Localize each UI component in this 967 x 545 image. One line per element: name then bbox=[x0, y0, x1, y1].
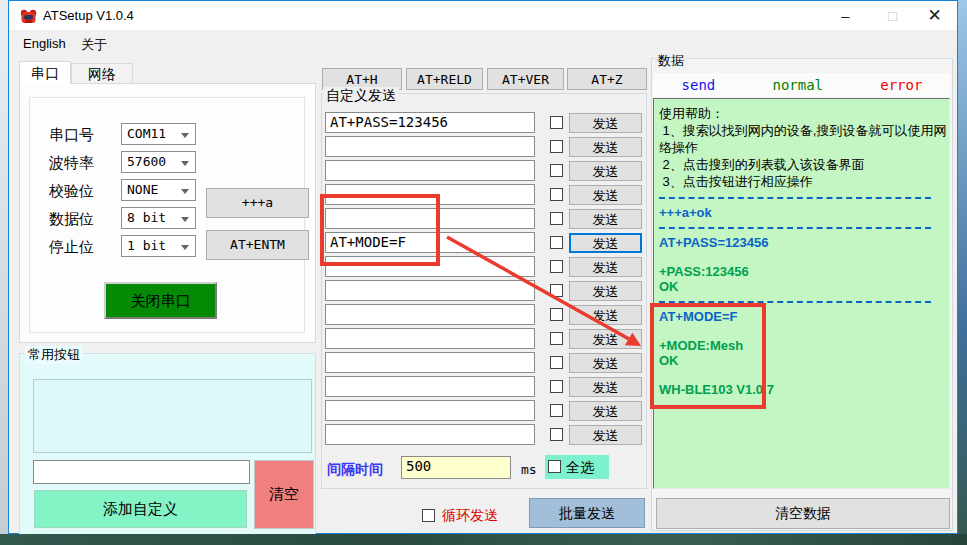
command-input[interactable] bbox=[325, 424, 535, 445]
command-input[interactable] bbox=[325, 328, 535, 349]
row-checkbox[interactable] bbox=[550, 380, 563, 393]
quick-button-atz[interactable]: AT+Z bbox=[567, 68, 647, 90]
clear-list-button[interactable]: 清空 bbox=[254, 460, 314, 529]
command-input[interactable] bbox=[325, 280, 535, 301]
select-all-checkbox[interactable] bbox=[548, 460, 561, 473]
app-window: ATSetup V1.0.4 – □ ✕ English 关于 串口 网络 串口… bbox=[8, 0, 958, 534]
row-checkbox[interactable] bbox=[550, 428, 563, 441]
quick-button-atver[interactable]: AT+VER bbox=[487, 68, 564, 90]
send-button[interactable]: 发送 bbox=[569, 305, 642, 325]
com-port-chevron-down-icon bbox=[181, 133, 189, 138]
com-port-select[interactable]: COM11 bbox=[121, 123, 196, 145]
close-serial-button[interactable]: 关闭串口 bbox=[104, 282, 217, 319]
baud-rate-select[interactable]: 57600 bbox=[121, 151, 196, 173]
custom-command-input[interactable] bbox=[33, 460, 250, 484]
interval-unit-label: ms bbox=[521, 462, 537, 477]
title-bar: ATSetup V1.0.4 – □ ✕ bbox=[9, 1, 957, 31]
row-checkbox[interactable] bbox=[550, 356, 563, 369]
send-button[interactable]: 发送 bbox=[569, 185, 642, 205]
custom-send-group-title: 自定义发送 bbox=[323, 87, 399, 105]
log-line: 络操作 bbox=[659, 139, 949, 156]
command-input[interactable] bbox=[325, 352, 535, 373]
data-bits-select[interactable]: 8 bit bbox=[121, 207, 196, 229]
loop-send-label: 循环发送 bbox=[442, 507, 498, 525]
parity-select[interactable]: NONE bbox=[121, 179, 196, 201]
desktop: ATSetup V1.0.4 – □ ✕ English 关于 串口 网络 串口… bbox=[0, 0, 967, 545]
row-checkbox[interactable] bbox=[550, 260, 563, 273]
command-input[interactable]: AT+PASS=123456 bbox=[325, 112, 535, 133]
custom-send-row: 发送 bbox=[321, 279, 647, 303]
command-input[interactable] bbox=[325, 160, 535, 181]
parity-label: 校验位 bbox=[49, 182, 94, 201]
row-checkbox[interactable] bbox=[550, 404, 563, 417]
loop-send-checkbox[interactable] bbox=[422, 509, 435, 522]
interval-input[interactable]: 500 bbox=[401, 456, 511, 479]
command-input[interactable] bbox=[325, 136, 535, 157]
send-button[interactable]: 发送 bbox=[569, 137, 642, 157]
close-button[interactable]: ✕ bbox=[912, 1, 957, 31]
select-all-wrap: 全选 bbox=[545, 455, 609, 479]
send-button[interactable]: 发送 bbox=[569, 113, 642, 133]
at-entm-button[interactable]: AT+ENTM bbox=[206, 230, 309, 260]
data-log[interactable]: 使用帮助： 1、搜索以找到网内的设备,搜到设备就可以使用网络操作 2、点击搜到的… bbox=[653, 98, 950, 489]
tab-serial[interactable]: 串口 bbox=[19, 61, 71, 84]
menu-item-about[interactable]: 关于 bbox=[75, 35, 113, 55]
custom-send-row: 发送 bbox=[321, 135, 647, 159]
custom-list-box[interactable] bbox=[33, 379, 312, 453]
send-button[interactable]: 发送 bbox=[569, 233, 642, 253]
send-button[interactable]: 发送 bbox=[569, 401, 642, 421]
maximize-button[interactable]: □ bbox=[870, 1, 915, 31]
log-separator bbox=[659, 220, 949, 235]
parity-chevron-down-icon bbox=[181, 189, 189, 194]
quick-button-atreld[interactable]: AT+RELD bbox=[406, 68, 483, 90]
batch-send-button[interactable]: 批量发送 bbox=[529, 498, 645, 528]
send-button[interactable]: 发送 bbox=[569, 329, 642, 349]
command-input[interactable] bbox=[325, 400, 535, 421]
red-highlight-rect-command bbox=[320, 194, 440, 266]
row-checkbox[interactable] bbox=[550, 212, 563, 225]
stop-bits-select[interactable]: 1 bit bbox=[121, 235, 196, 257]
row-checkbox[interactable] bbox=[550, 164, 563, 177]
tab-network[interactable]: 网络 bbox=[71, 63, 133, 84]
row-checkbox[interactable] bbox=[550, 140, 563, 153]
log-line: +++a+ok bbox=[659, 205, 949, 220]
row-checkbox[interactable] bbox=[550, 284, 563, 297]
log-line: 1、搜索以找到网内的设备,搜到设备就可以使用网 bbox=[659, 122, 949, 139]
data-group-title: 数据 bbox=[655, 52, 687, 70]
common-buttons-group-title: 常用按钮 bbox=[25, 346, 83, 364]
legend-normal: normal bbox=[772, 77, 823, 93]
custom-send-row: 发送 bbox=[321, 399, 647, 423]
row-checkbox[interactable] bbox=[550, 188, 563, 201]
send-button[interactable]: 发送 bbox=[569, 161, 642, 181]
command-input[interactable] bbox=[325, 376, 535, 397]
legend-error: error bbox=[880, 77, 922, 93]
exit-at-mode-button[interactable]: +++a bbox=[206, 188, 309, 218]
menu-bar: English 关于 bbox=[9, 32, 957, 55]
custom-send-row: 发送 bbox=[321, 375, 647, 399]
log-line: 3、点击按钮进行相应操作 bbox=[659, 173, 949, 190]
add-custom-button[interactable]: 添加自定义 bbox=[34, 490, 247, 528]
minimize-button[interactable]: – bbox=[823, 1, 868, 31]
baud-rate-chevron-down-icon bbox=[181, 161, 189, 166]
row-checkbox[interactable] bbox=[550, 308, 563, 321]
clear-data-button[interactable]: 清空数据 bbox=[656, 498, 950, 529]
menu-item-english[interactable]: English bbox=[17, 35, 72, 52]
row-checkbox[interactable] bbox=[550, 236, 563, 249]
row-checkbox[interactable] bbox=[550, 332, 563, 345]
send-button[interactable]: 发送 bbox=[569, 353, 642, 373]
custom-send-row: 发送 bbox=[321, 423, 647, 447]
custom-send-row: 发送 bbox=[321, 159, 647, 183]
desktop-left-strip bbox=[0, 0, 8, 545]
send-button[interactable]: 发送 bbox=[569, 257, 642, 277]
log-line: +PASS:123456 bbox=[659, 264, 949, 279]
send-button[interactable]: 发送 bbox=[569, 209, 642, 229]
custom-send-row: 发送 bbox=[321, 327, 647, 351]
data-bits-label: 数据位 bbox=[49, 210, 94, 229]
row-checkbox[interactable] bbox=[550, 116, 563, 129]
command-input[interactable] bbox=[325, 304, 535, 325]
send-button[interactable]: 发送 bbox=[569, 425, 642, 445]
com-port-label: 串口号 bbox=[49, 126, 94, 145]
send-button[interactable]: 发送 bbox=[569, 377, 642, 397]
send-button[interactable]: 发送 bbox=[569, 281, 642, 301]
red-highlight-rect-response bbox=[650, 303, 766, 409]
